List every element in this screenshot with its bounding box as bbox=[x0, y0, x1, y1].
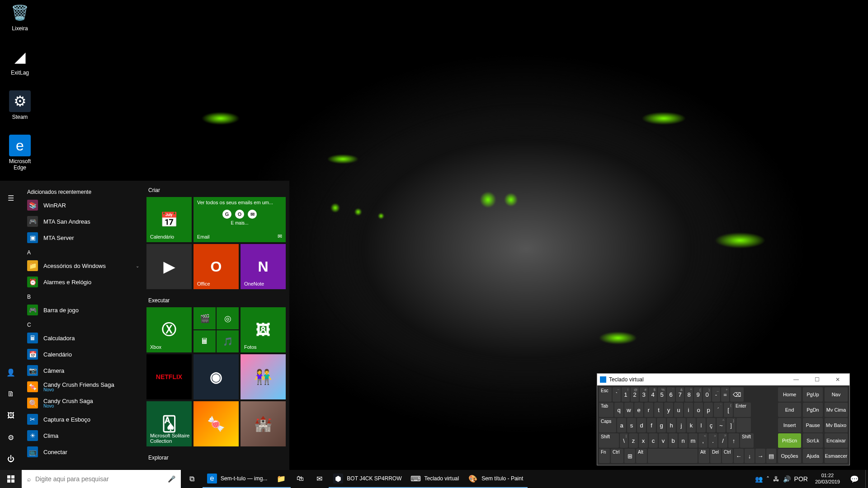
tile-folder[interactable]: 🎬◎🖩🎵 bbox=[193, 307, 239, 352]
osk-key[interactable]: u bbox=[674, 403, 683, 417]
start-app-item[interactable]: 🍬 Candy Crush Friends SagaNovo bbox=[22, 379, 145, 395]
osk-key[interactable]: Enter bbox=[734, 403, 751, 417]
osk-key[interactable]: `´ bbox=[714, 403, 723, 417]
live-tile[interactable]: ▶ bbox=[146, 244, 192, 289]
live-tile[interactable]: OOffice bbox=[193, 244, 239, 289]
osk-key[interactable]: a bbox=[617, 418, 626, 432]
live-tile[interactable]: ◉ bbox=[193, 354, 239, 399]
osk-key[interactable]: Caps bbox=[599, 418, 616, 432]
taskbar-app-bot[interactable]: ⬢BOT J4CK SP4RROW bbox=[329, 470, 406, 488]
osk-side-key[interactable]: Ajuda bbox=[803, 449, 823, 463]
osk-key[interactable]: >. bbox=[708, 433, 717, 448]
osk-key[interactable]: s bbox=[627, 418, 636, 432]
osk-key[interactable]: %5 bbox=[658, 387, 666, 402]
live-tile[interactable]: ⓍXbox bbox=[146, 307, 192, 352]
tile-group-header[interactable]: Explorar bbox=[146, 453, 286, 465]
osk-key[interactable]: Ctrl bbox=[611, 449, 623, 463]
osk-key[interactable]: $4 bbox=[649, 387, 657, 402]
mini-tile[interactable]: 🎵 bbox=[217, 330, 239, 352]
osk-side-key[interactable]: Encaixar bbox=[825, 433, 848, 448]
network-icon[interactable]: 🖧 bbox=[773, 475, 779, 483]
start-app-item[interactable]: 🎮 Barra de jogo bbox=[22, 302, 145, 318]
taskbar-app-explorer[interactable]: 📁 bbox=[272, 470, 291, 488]
search-input[interactable] bbox=[35, 475, 163, 483]
settings-icon[interactable]: ⚙ bbox=[0, 427, 22, 448]
osk-key[interactable]: ⌫ bbox=[730, 387, 744, 402]
osk-key[interactable]: Shift bbox=[599, 433, 619, 448]
osk-side-key[interactable]: Mv Cima bbox=[825, 403, 848, 417]
user-account-icon[interactable]: 👤 bbox=[0, 361, 22, 383]
osk-key[interactable]: d bbox=[637, 418, 646, 432]
close-button[interactable]: ✕ bbox=[829, 374, 847, 385]
osk-key[interactable]: ¨6 bbox=[667, 387, 675, 402]
osk-key[interactable]: w bbox=[624, 403, 633, 417]
osk-key[interactable]: ▤ bbox=[766, 449, 776, 463]
start-app-item[interactable]: 📺 Conectar bbox=[22, 444, 145, 460]
osk-key[interactable]: f bbox=[647, 418, 656, 432]
osk-key[interactable]: ↑ bbox=[728, 433, 739, 448]
start-app-item[interactable]: 🎮 MTA San Andreas bbox=[22, 213, 145, 230]
osk-key[interactable]: v bbox=[659, 433, 668, 448]
osk-key[interactable]: b bbox=[669, 433, 678, 448]
osk-key[interactable]: x bbox=[639, 433, 648, 448]
start-app-item[interactable]: 📁 Acessórios do Windows ⌄ bbox=[22, 258, 145, 274]
mic-icon[interactable]: 🎤 bbox=[168, 475, 175, 483]
osk-key[interactable]: |\ bbox=[620, 433, 628, 448]
documents-icon[interactable]: 🗎 bbox=[0, 383, 22, 405]
osk-side-key[interactable]: Esmaecer bbox=[825, 449, 848, 463]
people-icon[interactable]: 👥 bbox=[755, 475, 763, 483]
live-tile-wide[interactable]: Ver todos os seus emails em um... GO✉ E … bbox=[193, 197, 286, 242]
start-app-item[interactable]: 🍭 Candy Crush SagaNovo bbox=[22, 395, 145, 411]
osk-key[interactable]: Alt bbox=[636, 449, 647, 463]
live-tile[interactable]: 🏰 bbox=[241, 401, 286, 446]
start-app-item[interactable]: ✂ Captura e Esboço bbox=[22, 411, 145, 427]
osk-key[interactable] bbox=[736, 418, 751, 432]
start-app-item[interactable]: 📅 Calendário bbox=[22, 346, 145, 362]
live-tile[interactable]: NOneNote bbox=[241, 244, 286, 289]
osk-key[interactable]: #3 bbox=[640, 387, 648, 402]
start-app-item[interactable]: ⏰ Alarmes e Relógio bbox=[22, 274, 145, 290]
osk-key[interactable]: j bbox=[677, 418, 686, 432]
osk-key[interactable]: l bbox=[697, 418, 706, 432]
osk-key[interactable]: }] bbox=[726, 418, 736, 432]
taskbar-search[interactable]: ⌕ 🎤 bbox=[22, 470, 181, 488]
osk-key[interactable]: m bbox=[689, 433, 698, 448]
taskbar-clock[interactable]: 01:22 20/03/2019 bbox=[811, 470, 844, 488]
taskbar-app-mail[interactable]: ✉ bbox=[310, 470, 329, 488]
osk-key[interactable]: Shift bbox=[740, 433, 754, 448]
desktop-icon-exitlag[interactable]: ◢ ExitLag bbox=[3, 46, 37, 76]
taskbar-app-edge[interactable]: eSem-t-tulo — img... bbox=[203, 470, 272, 488]
osk-key[interactable]: z bbox=[629, 433, 638, 448]
action-center-icon[interactable]: 💬 bbox=[844, 470, 865, 488]
start-button[interactable] bbox=[0, 470, 22, 488]
osk-side-key[interactable]: Pause bbox=[803, 418, 823, 432]
osk-key[interactable]: ← bbox=[734, 449, 744, 463]
osk-side-key[interactable]: Nav bbox=[825, 387, 848, 402]
hamburger-icon[interactable]: ☰ bbox=[0, 187, 22, 209]
osk-key[interactable]: &7 bbox=[676, 387, 684, 402]
osk-side-key[interactable]: ScrLk bbox=[803, 433, 823, 448]
osk-key[interactable] bbox=[648, 449, 698, 463]
osk-key[interactable]: k bbox=[687, 418, 696, 432]
osk-key[interactable]: t bbox=[654, 403, 663, 417]
osk-key[interactable]: c bbox=[649, 433, 658, 448]
osk-key[interactable]: ç bbox=[707, 418, 716, 432]
osk-key[interactable]: e bbox=[634, 403, 643, 417]
tray-overflow-icon[interactable]: ˄ bbox=[766, 475, 769, 483]
osk-key[interactable]: <, bbox=[698, 433, 708, 448]
live-tile[interactable]: NETFLIX bbox=[146, 354, 192, 399]
osk-key[interactable]: Tab bbox=[599, 403, 613, 417]
osk-key[interactable]: Del bbox=[710, 449, 721, 463]
mini-tile[interactable]: 🖩 bbox=[193, 330, 216, 352]
osk-side-key[interactable]: Opções bbox=[778, 449, 801, 463]
osk-side-key[interactable]: Mv Baixo bbox=[825, 418, 848, 432]
start-app-item[interactable]: 📚 WinRAR bbox=[22, 197, 145, 213]
osk-key[interactable]: += bbox=[721, 387, 729, 402]
tile-group-header[interactable]: Executar bbox=[146, 296, 286, 307]
language-indicator[interactable]: POR bbox=[794, 475, 808, 483]
task-view-button[interactable]: ⧉ bbox=[181, 470, 203, 488]
start-app-item[interactable]: ☀ Clima bbox=[22, 427, 145, 444]
osk-key[interactable]: ↓ bbox=[745, 449, 755, 463]
osk-key[interactable]: *8 bbox=[685, 387, 693, 402]
taskbar-app-osk[interactable]: ⌨Teclado virtual bbox=[406, 470, 464, 488]
